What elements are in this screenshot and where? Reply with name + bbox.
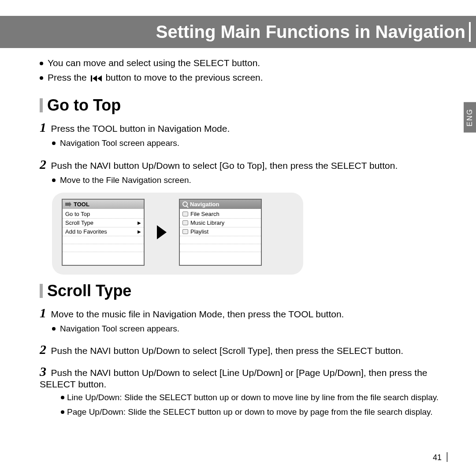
s2-step1-sub-text: Navigation Tool screen appears. [60,322,179,335]
empty-row [63,252,144,260]
chevron-right-icon: ▶ [138,220,141,225]
tool-screen-body: Go to Top Scroll Type▶ Add to Favorites▶ [63,209,144,265]
nav-item: Playlist [180,227,261,236]
section1-heading: Go to Top [47,96,121,115]
rewind-icon [91,75,102,82]
intro-block: You can move and select using the SELECT… [40,56,450,85]
s1-step2: 2 Push the NAVI button Up/Down to select… [40,157,450,172]
s1-step2-sub: Move to the File Navigation screen. [52,174,450,186]
intro-line-2: Press the button to move to the previous… [40,71,450,85]
s2-step1-text: Move to the music file in Navigation Mod… [51,309,344,319]
search-icon [182,201,188,207]
section-go-to-top-title: Go to Top [40,96,450,115]
folder-icon [182,229,188,234]
s1-step2-text: Push the NAVI button Up/Down to select [… [51,160,398,171]
folder-icon [182,212,188,216]
bullet-icon [40,62,43,65]
tool-item: Add to Favorites▶ [63,227,144,236]
step-number: 3 [40,364,46,379]
tool-item-label: Scroll Type [65,219,93,226]
section-bar-icon [40,98,43,112]
s2-step1-sub: Navigation Tool screen appears. [52,322,450,335]
section-scroll-type-title: Scroll Type [40,282,450,300]
page-title-bar: Setting Main Functions in Navigation [0,16,476,48]
page-number-bar-icon [446,452,448,462]
bullet-icon [52,141,56,145]
sub-text: Slide the SELECT button up or down to mo… [124,393,439,402]
tool-item-label: Add to Favorites [65,228,107,235]
s2-step2-text: Push the NAVI button Up/Down to select [… [51,346,403,356]
page-title: Setting Main Functions in Navigation [156,22,465,41]
page-content: You can move and select using the SELECT… [0,56,476,418]
section-bar-icon [40,284,43,298]
language-tab: ENG [464,102,476,133]
navigation-screen: Navigation File Search Music Library Pla… [179,199,262,266]
step-number: 1 [40,305,46,320]
s1-step1-text: Press the TOOL button in Navigation Mode… [51,123,230,134]
intro-text-2b: button to move to the previous screen. [105,72,263,82]
tool-screen-title: TOOL [74,201,89,208]
nav-item-label: Playlist [190,228,208,235]
folder-icon [182,220,188,225]
empty-row [63,244,144,252]
tool-icon [65,201,71,207]
s1-step1-sub-text: Navigation Tool screen appears. [60,137,179,149]
screens-illustration: TOOL Go to Top Scroll Type▶ Add to Favor… [52,193,303,275]
page-number: 41 [433,453,448,463]
sub-label: Page Up/Down: [67,407,126,416]
empty-row [180,236,261,244]
s2-step3-sub1: Line Up/Down: Slide the SELECT button up… [52,391,450,404]
s2-step3: 3 Push the NAVI button Up/Down to select… [40,364,450,390]
chevron-right-icon: ▶ [138,229,141,234]
intro-text-2: Press the button to move to the previous… [48,71,263,85]
tool-screen: TOOL Go to Top Scroll Type▶ Add to Favor… [62,199,145,266]
s1-step2-sub-text: Move to the File Navigation screen. [60,174,191,186]
tool-item: Go to Top [63,210,144,219]
step-number: 1 [40,120,46,134]
empty-row [180,252,261,260]
tool-screen-header: TOOL [63,200,144,209]
intro-text-2a: Press the [48,72,87,82]
nav-screen-body: File Search Music Library Playlist [180,209,261,265]
section2-heading: Scroll Type [47,282,131,300]
empty-row [63,236,144,244]
sub-text: Slide the SELECT button up or down to mo… [128,407,432,416]
page-number-value: 41 [433,453,442,462]
nav-item: File Search [180,210,261,219]
s1-step1-sub: Navigation Tool screen appears. [52,137,450,149]
tool-item: Scroll Type▶ [63,219,144,227]
tool-item-label: Go to Top [65,211,90,217]
nav-screen-header: Navigation [180,200,261,209]
sub-label: Line Up/Down: [67,393,122,402]
nav-item-label: Music Library [190,219,224,226]
s2-step3-text: Push the NAVI button Up/Down to select [… [40,368,428,389]
bullet-icon [61,410,64,414]
nav-item-label: File Search [190,211,219,217]
intro-text-1: You can move and select using the SELECT… [48,56,260,71]
s1-step1: 1 Press the TOOL button in Navigation Mo… [40,120,450,135]
bullet-icon [52,178,56,182]
arrow-right-icon [157,225,167,239]
intro-line-1: You can move and select using the SELECT… [40,56,450,71]
s2-step2: 2 Push the NAVI button Up/Down to select… [40,342,450,357]
nav-screen-title: Navigation [190,201,219,208]
empty-row [180,244,261,252]
bullet-icon [40,76,43,80]
s2-step1: 1 Move to the music file in Navigation M… [40,305,450,320]
step-number: 2 [40,342,46,357]
step-number: 2 [40,157,46,171]
bullet-icon [52,327,56,331]
s2-step3-sub2: Page Up/Down: Slide the SELECT button up… [52,406,450,419]
bullet-icon [61,396,64,399]
nav-item: Music Library [180,219,261,227]
